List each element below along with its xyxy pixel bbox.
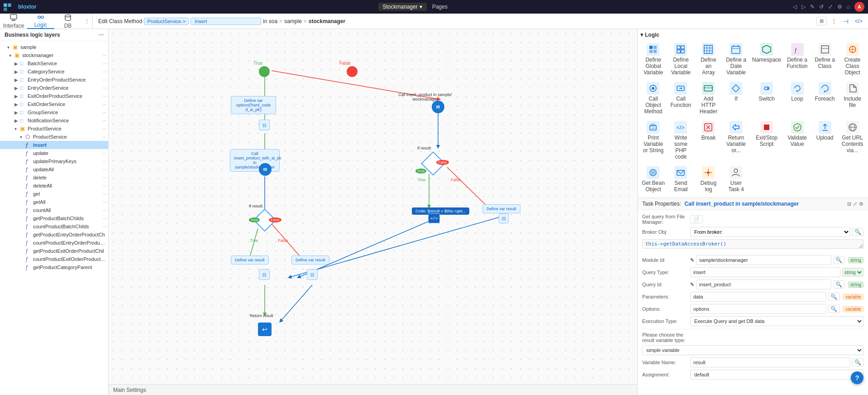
sidebar-item-countall[interactable]: ƒ countAll ··· <box>0 206 108 214</box>
forward-icon[interactable]: ▷ <box>801 4 806 10</box>
sidebar-item-productservice-folder[interactable]: ▾ ▣ ProductService ··· <box>0 125 108 133</box>
result-type-select[interactable]: simple variable <box>642 345 863 355</box>
broker-code-input[interactable]: this->getDataAccessBroker() <box>642 239 863 249</box>
start-node-green[interactable] <box>259 66 270 77</box>
get-query-icon-btn[interactable]: 📄 <box>690 215 703 224</box>
sidebar-item-productservice-class[interactable]: ▾ ⬡ ProductService ··· <box>0 133 108 141</box>
variable-name-search-btn[interactable]: 🔍 <box>852 358 863 366</box>
query-id-input[interactable]: insert_product <box>696 279 831 289</box>
sidebar-item-sample[interactable]: ▾ ▣ sample <box>0 43 108 51</box>
tool-get-url-contents[interactable]: Get URL Contents via... <box>839 119 865 162</box>
canvas-inner[interactable]: True False Define var options['hard_code… <box>109 29 637 395</box>
execution-type-select[interactable]: Execute Query and get DB data <box>690 316 863 326</box>
sidebar-item-getproductbatchchilds[interactable]: ƒ getProductBatchChilds ··· <box>0 214 108 222</box>
sidebar-item-batchservice[interactable]: ▶ □ BatchService ··· <box>0 59 108 67</box>
node-ib1[interactable]: IB <box>432 101 444 113</box>
edit-icon[interactable]: ✎ <box>810 4 815 10</box>
home-icon[interactable]: ⌂ <box>847 4 850 10</box>
sidebar-item-get[interactable]: ƒ get ··· <box>0 190 108 198</box>
tool-write-php[interactable]: </> Write some PHP code <box>668 119 694 162</box>
tool-define-function[interactable]: ƒ Define a Function <box>784 41 810 78</box>
tool-define-array[interactable]: Define an Array <box>696 41 721 78</box>
options-input[interactable]: options <box>690 304 826 314</box>
sidebar-item-categoryservice[interactable]: ▶ □ CategoryService ··· <box>0 67 108 76</box>
module-id-input[interactable]: sample/stockmanager <box>696 255 831 265</box>
sidebar-item-insert[interactable]: ƒ insert <box>0 141 108 149</box>
code-view-btn[interactable]: </> <box>853 17 864 25</box>
sidebar-item-updateall[interactable]: ƒ updateAll ··· <box>0 165 108 173</box>
tool-debug-log[interactable]: Debug log <box>696 164 721 195</box>
tool-namespace[interactable]: Namespace <box>751 41 782 78</box>
module-id-edit-btn[interactable]: ✎ <box>690 257 694 263</box>
view-toggle-btn[interactable]: ⊞ <box>816 17 827 25</box>
tools-header[interactable]: ▾ Logic <box>640 32 865 38</box>
interface-nav-btn[interactable]: Interface <box>0 14 27 29</box>
tool-call-function[interactable]: Call Function <box>668 80 694 117</box>
options-search-btn[interactable]: 🔍 <box>828 305 839 313</box>
settings-icon[interactable]: ⚙ <box>837 4 842 10</box>
tool-switch[interactable]: Switch <box>751 80 782 117</box>
sidebar-item-exitorderservice[interactable]: ▶ □ ExitOrderService ··· <box>0 100 108 108</box>
split-view-btn[interactable]: ⊣ <box>841 17 850 26</box>
tool-print-variable[interactable]: Print Variable or String <box>640 119 666 162</box>
sidebar-item-stockmanager[interactable]: ▾ ▣ stockmanager ··· <box>0 51 108 59</box>
tool-send-email[interactable]: Send Email <box>668 164 694 195</box>
canvas[interactable]: True False Define var options['hard_code… <box>109 29 637 395</box>
tool-define-local-var[interactable]: Define Local Variable <box>668 41 694 78</box>
logic-nav-btn[interactable]: Logic <box>27 14 54 29</box>
props-minimize-btn[interactable]: ⊟ <box>847 201 851 207</box>
tool-foreach[interactable]: Foreach <box>812 80 838 117</box>
tool-validate-value[interactable]: Validate Value <box>784 119 810 162</box>
more-options-btn[interactable]: ⋮ <box>830 17 839 25</box>
sidebar-item-entryorderservice[interactable]: ▶ □ EntryOrderService ··· <box>0 84 108 92</box>
tool-exit-stop[interactable]: Exit/Stop Script <box>751 119 782 162</box>
node-return[interactable]: ↩ <box>258 323 272 336</box>
node-define-var-result-green[interactable]: Define var result <box>231 255 269 265</box>
node-code[interactable]: Code: $result = $this->get... <box>412 207 469 215</box>
tool-user-task[interactable]: User Task 4 <box>723 164 749 195</box>
sidebar-options-icon[interactable]: ⋯ <box>98 32 104 38</box>
node-var-sq3[interactable]: ⊡ <box>307 269 318 280</box>
node-code-icon[interactable]: </> <box>428 213 440 223</box>
node-var-sq1[interactable]: ⊡ <box>259 120 270 130</box>
sidebar-item-groupservice[interactable]: ▶ □ GroupService ··· <box>0 108 108 116</box>
node-ib2[interactable]: IB <box>259 163 272 176</box>
node-define-var-result-right[interactable]: Define var result <box>482 204 520 213</box>
tool-add-http-header[interactable]: Add HTTP Header <box>696 80 721 117</box>
broker-search-btn[interactable]: 🔍 <box>852 228 863 236</box>
method-input[interactable] <box>191 18 261 25</box>
start-node-red[interactable] <box>347 66 358 77</box>
sidebar-item-countproductbatchchilds[interactable]: ƒ countProductBatchChilds ··· <box>0 222 108 231</box>
node-define-var-result-red[interactable]: Define var result <box>291 255 329 265</box>
query-type-input[interactable]: insert <box>690 267 840 277</box>
module-id-search-btn[interactable]: 🔍 <box>833 256 844 264</box>
parameters-input[interactable]: data <box>690 292 826 302</box>
sidebar-item-countproductexitorder[interactable]: ƒ countProductExitOrderProductCh... <box>0 255 108 263</box>
sidebar-item-notificationservice[interactable]: ▶ □ NotificationService ··· <box>0 116 108 125</box>
assignment-select[interactable]: default <box>690 370 863 380</box>
sidebar-item-update[interactable]: ƒ update ··· <box>0 149 108 157</box>
sidebar-item-getproductentryorderproductch[interactable]: ƒ getProductEntryOrderProductCh <box>0 231 108 239</box>
tool-break[interactable]: Break <box>696 119 721 162</box>
tool-call-object-method[interactable]: Call Object Method <box>640 80 666 117</box>
sidebar-item-exitorderproductservice[interactable]: ▶ □ ExitOrderProductService ··· <box>0 92 108 100</box>
sidebar-item-entryorderproductservice[interactable]: ▶ □ EntryOrderProductService ··· <box>0 76 108 84</box>
props-expand-btn[interactable]: ⤢ <box>853 201 857 207</box>
node-var-sq2[interactable]: ⊡ <box>259 269 270 280</box>
node-call-insert-ai[interactable]: Call insert_product_with_ai_pk in sample… <box>230 149 280 172</box>
query-id-search-btn[interactable]: 🔍 <box>833 280 844 289</box>
tool-define-global-var[interactable]: Define Global Variable <box>640 41 666 78</box>
sidebar-more-icon[interactable]: ⋮ <box>81 18 92 24</box>
tool-upload[interactable]: Upload <box>812 119 838 162</box>
tool-include-file[interactable]: Include file <box>839 80 865 117</box>
tool-get-bean-object[interactable]: Get Bean Object <box>640 164 666 195</box>
sidebar-tree[interactable]: ▾ ▣ sample ▾ ▣ stockmanager ··· ▶ □ Batc… <box>0 41 108 395</box>
stockmanager-tab[interactable]: Stockmanager ▾ <box>378 3 427 11</box>
tool-loop[interactable]: Loop <box>784 80 810 117</box>
props-settings-btn[interactable]: ⚙ <box>859 201 863 207</box>
db-nav-btn[interactable]: DB <box>54 14 81 29</box>
tool-create-class-object[interactable]: Create Class Object <box>839 41 865 78</box>
expand-icon[interactable]: ⤢ <box>828 4 833 10</box>
help-button[interactable]: ? <box>851 371 863 384</box>
refresh-icon[interactable]: ↺ <box>819 4 824 10</box>
